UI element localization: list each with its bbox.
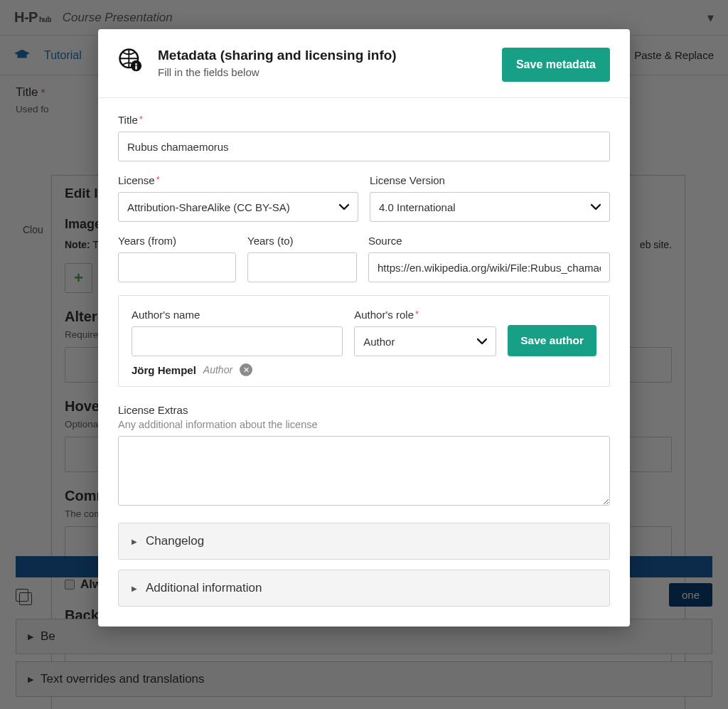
years-to-input[interactable] xyxy=(247,252,357,282)
years-from-input[interactable] xyxy=(118,252,236,282)
years-from-label: Years (from) xyxy=(118,235,236,247)
author-name-label: Author's name xyxy=(132,309,343,321)
caret-right-icon: ▶ xyxy=(132,585,137,592)
required-asterisk: * xyxy=(156,174,160,185)
license-select[interactable]: Attribution-ShareAlike (CC BY-SA) xyxy=(118,192,358,222)
additional-info-label: Additional information xyxy=(146,581,262,595)
author-role-label: Author's role* xyxy=(354,309,496,321)
author-section: Author's name Author's role* Author Save… xyxy=(118,295,610,387)
modal-title: Metadata (sharing and licensing info) xyxy=(158,48,397,63)
required-asterisk: * xyxy=(139,114,143,124)
svg-rect-3 xyxy=(135,66,136,70)
author-role-label-text: Author's role xyxy=(354,309,414,321)
license-extras-textarea[interactable] xyxy=(118,436,610,506)
title-field-label: Title* xyxy=(118,114,610,126)
metadata-title-input[interactable] xyxy=(118,132,610,161)
author-chip: Jörg Hempel Author ✕ xyxy=(132,363,596,376)
license-label: License* xyxy=(118,174,358,186)
svg-rect-2 xyxy=(135,63,136,65)
author-chip-role: Author xyxy=(203,364,232,375)
license-extras-label: License Extras xyxy=(118,404,610,416)
changelog-label: Changelog xyxy=(146,534,204,548)
caret-right-icon: ▶ xyxy=(132,538,137,545)
years-to-label: Years (to) xyxy=(247,235,357,247)
changelog-accordion[interactable]: ▶ Changelog xyxy=(118,523,610,560)
chevron-down-icon xyxy=(591,203,601,210)
modal-subtitle: Fill in the fields below xyxy=(158,66,397,78)
metadata-modal: Metadata (sharing and licensing info) Fi… xyxy=(98,29,630,627)
license-version-value: 4.0 International xyxy=(379,201,456,213)
modal-body: Title* License* Attribution-ShareAlike (… xyxy=(98,98,630,607)
license-version-label: License Version xyxy=(370,174,610,186)
save-author-button[interactable]: Save author xyxy=(508,325,596,356)
source-label: Source xyxy=(368,235,610,247)
modal-header: Metadata (sharing and licensing info) Fi… xyxy=(98,29,630,98)
chevron-down-icon xyxy=(477,338,487,345)
author-role-select[interactable]: Author xyxy=(354,326,496,356)
license-value: Attribution-ShareAlike (CC BY-SA) xyxy=(127,201,290,213)
chevron-down-icon xyxy=(339,203,349,210)
remove-author-icon[interactable]: ✕ xyxy=(240,363,252,376)
source-input[interactable] xyxy=(368,252,610,282)
globe-info-icon xyxy=(118,48,142,72)
additional-info-accordion[interactable]: ▶ Additional information xyxy=(118,570,610,607)
author-chip-name: Jörg Hempel xyxy=(132,364,196,376)
license-label-text: License xyxy=(118,174,155,186)
author-role-value: Author xyxy=(363,336,395,348)
author-name-input[interactable] xyxy=(132,326,343,356)
required-asterisk: * xyxy=(415,309,419,319)
save-metadata-button[interactable]: Save metadata xyxy=(502,48,610,82)
license-version-select[interactable]: 4.0 International xyxy=(370,192,610,222)
title-label-text: Title xyxy=(118,114,138,126)
license-extras-hint: Any additional information about the lic… xyxy=(118,419,610,430)
